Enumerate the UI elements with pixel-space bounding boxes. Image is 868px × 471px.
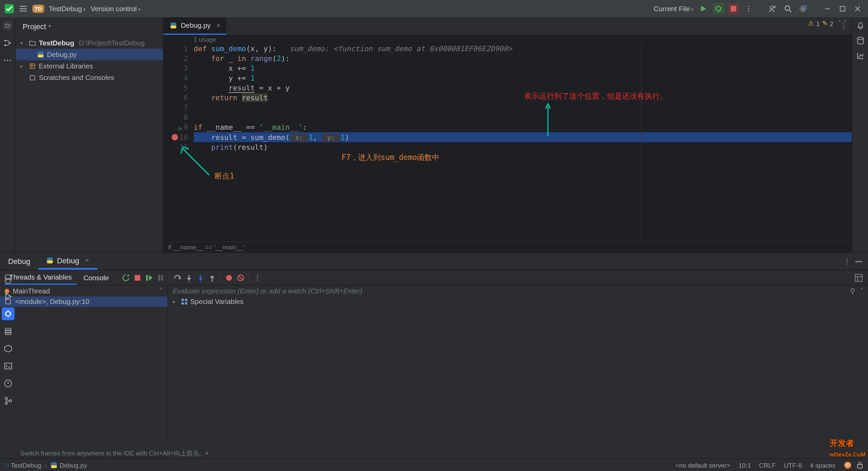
- layout-settings-icon[interactable]: [854, 273, 863, 282]
- svg-rect-36: [161, 275, 163, 281]
- settings-icon[interactable]: [797, 3, 809, 15]
- sciview-icon[interactable]: [855, 51, 865, 60]
- debug-more-icon[interactable]: [253, 273, 262, 282]
- collab-icon[interactable]: [767, 3, 778, 15]
- services-icon[interactable]: [1, 342, 14, 355]
- current-execution-line: result = sum_demo( x: 1, y: 1): [194, 132, 852, 142]
- more-toolwindows-icon[interactable]: [3, 56, 12, 65]
- project-toolwindow-icon[interactable]: [3, 21, 12, 30]
- svg-rect-32: [855, 261, 862, 262]
- svg-point-7: [774, 6, 775, 8]
- svg-point-40: [226, 275, 232, 281]
- editor-tab-debug-py[interactable]: Debug.py ×: [163, 17, 226, 35]
- stack-frame[interactable]: <module>, Debug.py:10: [0, 296, 167, 307]
- variables-pane: Evaluate expression (Enter) or add a wat…: [168, 285, 868, 444]
- svg-rect-58: [51, 465, 57, 468]
- watch-input[interactable]: Evaluate expression (Enter) or add a wat…: [168, 285, 868, 296]
- debug-panel-more-icon[interactable]: [844, 258, 851, 265]
- svg-rect-45: [855, 274, 862, 281]
- project-pane-header[interactable]: Project▾: [16, 17, 163, 35]
- step-over-icon[interactable]: [173, 273, 182, 282]
- svg-point-26: [857, 37, 863, 40]
- status-caret-pos[interactable]: 10:1: [738, 462, 751, 469]
- tree-external-libraries[interactable]: ▸ External Libraries: [16, 60, 163, 72]
- search-icon[interactable]: [782, 3, 794, 15]
- step-out-icon[interactable]: [208, 273, 217, 282]
- python-console-icon[interactable]: [1, 325, 14, 338]
- crumb-project[interactable]: TestDebug: [11, 462, 41, 469]
- tree-scratches[interactable]: ▸ Scratches and Consoles: [16, 72, 163, 83]
- svg-rect-48: [185, 299, 188, 301]
- step-into-my-code-icon[interactable]: [196, 273, 205, 282]
- console-subtab[interactable]: Console: [79, 271, 114, 284]
- pause-icon[interactable]: [156, 273, 165, 282]
- svg-point-29: [847, 259, 848, 260]
- resume-icon[interactable]: [144, 273, 154, 282]
- vcs-dropdown[interactable]: Version control▾: [91, 5, 141, 13]
- editor-pane: Debug.py × 1 usage ⚠1 ✎2 ˄˅ 1 2 3 4 5 6 …: [163, 17, 852, 252]
- mute-breakpoints-icon[interactable]: [236, 273, 245, 282]
- vcs-icon[interactable]: [1, 394, 14, 407]
- maximize-button[interactable]: [837, 3, 848, 15]
- svg-rect-35: [158, 275, 160, 281]
- svg-rect-11: [840, 6, 845, 11]
- run-button[interactable]: [697, 3, 709, 15]
- debug-tab-close-icon[interactable]: ×: [85, 257, 89, 265]
- svg-point-16: [7, 60, 8, 61]
- problems-icon[interactable]: [1, 377, 14, 390]
- close-window-button[interactable]: [852, 3, 863, 15]
- more-actions-icon[interactable]: [743, 3, 754, 15]
- tree-file-debug-py[interactable]: Debug.py: [16, 49, 163, 60]
- svg-point-31: [847, 263, 848, 264]
- frames-pane: MainThread ˅ <module>, Debug.py:10: [0, 285, 168, 444]
- ide-logo-icon: [5, 4, 14, 13]
- status-indent[interactable]: 4 spaces: [810, 462, 835, 469]
- svg-rect-49: [181, 302, 184, 305]
- view-breakpoints-icon[interactable]: [224, 273, 234, 282]
- breakpoint-icon[interactable]: [172, 134, 178, 140]
- svg-point-38: [200, 281, 201, 282]
- terminal-icon[interactable]: [1, 360, 14, 372]
- statusbar: □ TestDebug › Debug.py <no default serve…: [0, 458, 868, 471]
- code-editor[interactable]: 1 2 3 4 5 6 7 8 ▷9 10 11 def sum_demo(x,…: [163, 43, 852, 241]
- project-name-dropdown[interactable]: TestDebug▾: [49, 5, 86, 13]
- thread-selector[interactable]: MainThread ˅: [0, 285, 167, 296]
- structure-toolwindow-icon[interactable]: [3, 38, 12, 47]
- svg-point-10: [804, 5, 807, 7]
- variable-group-icon: [181, 298, 188, 305]
- debug-panel-hide-icon[interactable]: [855, 260, 862, 263]
- database-icon[interactable]: [855, 36, 865, 45]
- python-packages-icon[interactable]: [1, 273, 14, 286]
- main-menu-icon[interactable]: [19, 4, 28, 13]
- debug-run-tab[interactable]: Debug×: [38, 253, 97, 270]
- run-config-dropdown[interactable]: Current File▾: [654, 5, 694, 13]
- inspection-widget[interactable]: ⚠1 ✎2 ˄˅: [808, 20, 847, 27]
- svg-point-55: [5, 402, 7, 404]
- debug-toolwindow-icon[interactable]: [1, 307, 14, 320]
- debug-button[interactable]: [713, 3, 724, 15]
- stop-icon[interactable]: [133, 273, 142, 282]
- hint-row: Switch frames from anywhere in the IDE w…: [0, 448, 868, 458]
- step-into-icon[interactable]: [184, 273, 194, 282]
- usages-hint[interactable]: 1 usage: [163, 35, 852, 44]
- run-toolwindow-icon[interactable]: [1, 290, 14, 303]
- tab-close-icon[interactable]: ×: [217, 21, 221, 29]
- crumb-file[interactable]: Debug.py: [60, 462, 87, 469]
- svg-rect-61: [857, 464, 862, 468]
- status-encoding[interactable]: UTF-8: [784, 462, 802, 469]
- status-lock-icon[interactable]: [856, 462, 864, 469]
- rerun-icon[interactable]: [121, 273, 130, 282]
- svg-rect-52: [4, 363, 12, 369]
- status-eol[interactable]: CRLF: [759, 462, 776, 469]
- debug-tab[interactable]: Debug: [0, 253, 38, 270]
- notifications-icon[interactable]: [855, 21, 865, 30]
- minimize-button[interactable]: [822, 3, 833, 15]
- variable-special[interactable]: ▸ Special Variables: [168, 296, 868, 307]
- status-interpreter-icon[interactable]: 中: [844, 461, 852, 469]
- hint-close-icon[interactable]: ×: [205, 450, 209, 457]
- tree-root[interactable]: ▾ TestDebug D:\Project\TestDebug: [16, 37, 163, 49]
- stop-button[interactable]: [728, 3, 739, 15]
- editor-breadcrumb[interactable]: if __name__ == '__main__': [163, 241, 852, 252]
- status-server[interactable]: <no default server>: [675, 462, 730, 469]
- svg-point-39: [212, 281, 213, 282]
